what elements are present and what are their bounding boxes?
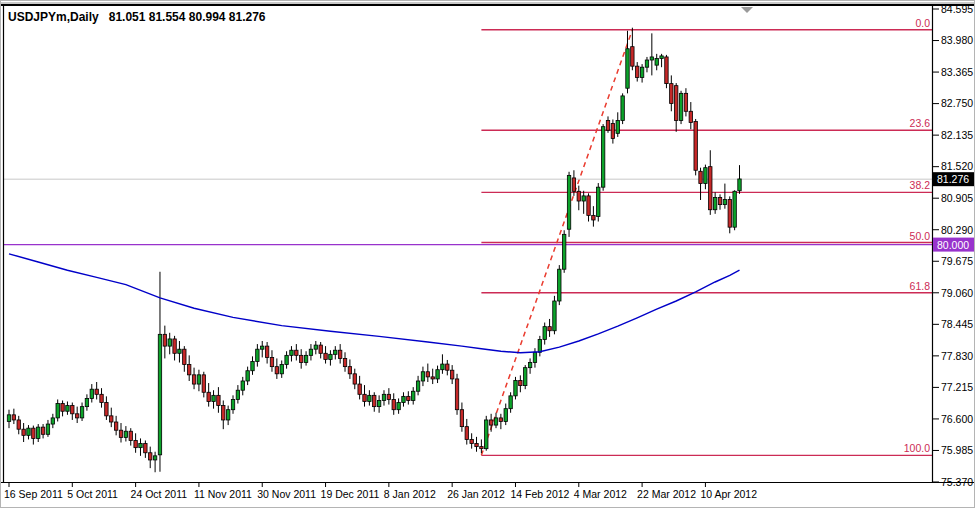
candle-bull bbox=[397, 403, 400, 410]
candle-bull bbox=[421, 372, 424, 381]
mt4-chart-window: USDJPYm,Daily81.051 81.554 80.994 81.276… bbox=[0, 0, 975, 508]
candle-bear bbox=[353, 374, 356, 384]
candle-bull bbox=[285, 355, 288, 364]
candle-bull bbox=[543, 327, 546, 340]
candle-bull bbox=[256, 349, 259, 361]
candle-bear bbox=[270, 357, 273, 366]
candle-bear bbox=[577, 191, 580, 201]
candle-bear bbox=[387, 394, 390, 399]
candle-bear bbox=[100, 394, 103, 402]
candle-bear bbox=[689, 111, 692, 122]
candle-bear bbox=[694, 122, 697, 171]
candle-bull bbox=[280, 365, 283, 374]
candle-bear bbox=[149, 453, 152, 460]
candle-bull bbox=[713, 197, 716, 209]
candle-bear bbox=[699, 171, 702, 183]
candle-bear bbox=[144, 444, 147, 453]
candle-bear bbox=[32, 428, 35, 438]
candle-bull bbox=[562, 234, 565, 269]
x-tick-label: 11 Nov 2011 bbox=[194, 488, 252, 500]
candle-bear bbox=[319, 345, 322, 353]
candle-bull bbox=[80, 407, 83, 418]
candle-bull bbox=[528, 363, 531, 368]
current-price-badge-label: 81.276 bbox=[937, 173, 969, 185]
candle-bull bbox=[56, 404, 59, 418]
candle-bull bbox=[514, 380, 517, 395]
candle-bear bbox=[222, 406, 225, 420]
candle-bear bbox=[665, 57, 668, 84]
symbol-timeframe-label: USDJPYm,Daily bbox=[8, 10, 99, 24]
candle-bear bbox=[119, 430, 122, 437]
y-tick-label: 77.215 bbox=[941, 381, 973, 393]
candle-bear bbox=[426, 372, 429, 377]
candle-bull bbox=[27, 428, 30, 435]
candle-bull bbox=[416, 381, 419, 391]
candle-bull bbox=[46, 424, 49, 434]
candle-bear bbox=[636, 66, 639, 77]
candle-bear bbox=[470, 439, 473, 443]
candle-bear bbox=[572, 178, 575, 191]
candle-bear bbox=[480, 447, 483, 449]
candle-bull bbox=[261, 346, 264, 349]
candle-bull bbox=[197, 375, 200, 384]
candle-bull bbox=[402, 396, 405, 402]
candle-bull bbox=[704, 168, 707, 184]
chart-title: USDJPYm,Daily81.051 81.554 80.994 81.276 bbox=[8, 10, 266, 24]
candle-bull bbox=[334, 350, 337, 354]
candle-bear bbox=[265, 346, 268, 357]
candle-bear bbox=[207, 392, 210, 401]
candle-bull bbox=[616, 121, 619, 134]
candle-bear bbox=[728, 199, 731, 227]
candle-bull bbox=[504, 409, 507, 422]
candle-bull bbox=[246, 371, 249, 381]
candle-bear bbox=[61, 404, 64, 412]
candle-bull bbox=[139, 444, 142, 448]
candle-bull bbox=[382, 394, 385, 400]
candle-bear bbox=[275, 367, 278, 374]
candle-bear bbox=[110, 416, 113, 422]
candle-bear bbox=[674, 86, 677, 121]
fib-level-label: 38.2 bbox=[910, 179, 931, 191]
candle-bull bbox=[90, 389, 93, 398]
candle-bear bbox=[95, 389, 98, 394]
candle-bull bbox=[533, 352, 536, 362]
ohlc-values-label: 81.051 81.554 80.994 81.276 bbox=[109, 10, 266, 24]
fib-level-label: 0.0 bbox=[915, 17, 930, 29]
candle-bull bbox=[524, 368, 527, 386]
candle-bull bbox=[553, 301, 556, 331]
candle-bull bbox=[660, 56, 663, 59]
x-tick-label: 16 Sep 2011 bbox=[4, 488, 63, 500]
y-tick-label: 83.365 bbox=[941, 66, 973, 78]
hline-price-badge: 80.000 bbox=[933, 238, 975, 252]
candle-bear bbox=[134, 440, 137, 447]
candle-bear bbox=[606, 121, 609, 131]
candle-bear bbox=[324, 353, 327, 359]
candle-bull bbox=[66, 406, 69, 412]
candle-bear bbox=[611, 124, 614, 139]
candle-bull bbox=[567, 175, 570, 229]
candle-bull bbox=[582, 196, 585, 201]
candle-bear bbox=[499, 418, 502, 422]
candle-bear bbox=[71, 406, 74, 414]
candle-bull bbox=[655, 58, 658, 65]
candle-bear bbox=[446, 364, 449, 370]
y-tick-label: 79.675 bbox=[941, 255, 973, 267]
candle-bear bbox=[489, 420, 492, 425]
y-tick-label: 81.520 bbox=[941, 160, 973, 172]
candle-bull bbox=[621, 96, 624, 121]
candle-bear bbox=[114, 422, 117, 430]
candle-bear bbox=[105, 403, 108, 416]
y-tick-label: 82.135 bbox=[941, 129, 973, 141]
candle-bull bbox=[377, 400, 380, 406]
hline-price-badge-label: 80.000 bbox=[937, 239, 969, 251]
candle-bear bbox=[300, 355, 303, 362]
y-tick-label: 77.830 bbox=[941, 350, 973, 362]
candle-bull bbox=[290, 350, 293, 355]
candle-bear bbox=[592, 215, 595, 220]
candle-bear bbox=[358, 384, 361, 394]
x-tick-label: 24 Oct 2011 bbox=[131, 488, 188, 500]
candle-bull bbox=[37, 427, 40, 438]
candle-bear bbox=[475, 444, 478, 447]
chart-canvas: 0.023.638.250.061.8100.084.59583.98083.3… bbox=[1, 1, 975, 508]
candle-bear bbox=[465, 427, 468, 440]
